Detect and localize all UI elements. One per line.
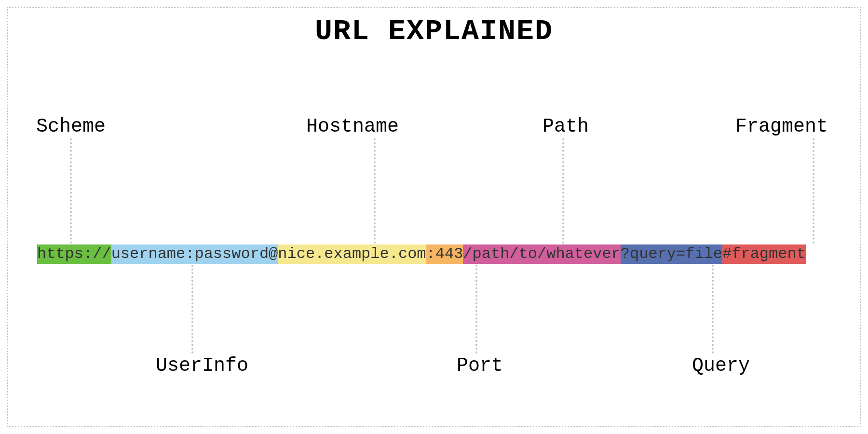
- connector-userinfo: [191, 265, 193, 353]
- diagram-frame: URL EXPLAINED Scheme Hostname Path Fragm…: [7, 7, 861, 427]
- connector-path: [562, 138, 564, 244]
- label-hostname: Hostname: [306, 116, 399, 137]
- url-segment-scheme: https://: [37, 244, 111, 264]
- label-scheme: Scheme: [36, 116, 106, 137]
- connector-hostname: [374, 138, 376, 244]
- label-query: Query: [692, 355, 750, 377]
- label-hostname-wrap: Hostname: [306, 116, 399, 137]
- label-path-wrap: Path: [542, 116, 589, 137]
- label-scheme-wrap: Scheme: [36, 116, 106, 137]
- connector-fragment: [813, 138, 814, 244]
- url-segment-port: :443: [426, 244, 463, 264]
- url-strip: https://username:password@nice.example.c…: [37, 244, 806, 264]
- url-segment-path: /path/to/whatever: [463, 244, 620, 264]
- label-path: Path: [542, 116, 589, 137]
- url-segment-userinfo: username:password@: [111, 244, 278, 264]
- label-port-wrap: Port: [457, 355, 503, 377]
- connector-port: [475, 265, 477, 353]
- label-userinfo: UserInfo: [156, 355, 248, 377]
- url-segment-hostname: nice.example.com: [278, 244, 426, 264]
- label-fragment-wrap: Fragment: [735, 116, 828, 137]
- connector-query: [712, 265, 714, 353]
- url-segment-query: ?query=file: [621, 244, 722, 264]
- label-port: Port: [457, 355, 503, 377]
- connector-scheme: [70, 138, 72, 244]
- label-query-wrap: Query: [692, 355, 750, 377]
- url-segment-fragment: #fragment: [722, 244, 806, 264]
- label-userinfo-wrap: UserInfo: [156, 355, 248, 377]
- diagram-title: URL EXPLAINED: [8, 15, 860, 48]
- label-fragment: Fragment: [735, 116, 828, 137]
